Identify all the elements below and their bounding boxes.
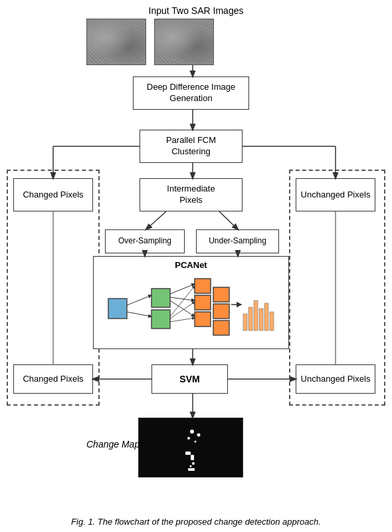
svg-rect-20 [254, 301, 258, 331]
changed-pixels-top: Changed Pixels [13, 178, 93, 211]
svg-rect-21 [259, 309, 263, 331]
svg-line-13 [170, 301, 195, 317]
svg-point-28 [197, 434, 201, 437]
svg-rect-3 [195, 279, 211, 293]
figure-caption: Fig. 1. The flowchart of the proposed ch… [0, 517, 392, 527]
svg-line-14 [170, 286, 195, 317]
intermediate-pixels-box: Intermediate Pixels [140, 178, 243, 211]
svg-line-9 [127, 295, 151, 305]
sar-image-2 [154, 19, 214, 65]
changed-pixels-bottom: Changed Pixels [13, 364, 93, 394]
parallel-fcm-box: Parallel FCM Clustering [140, 130, 243, 163]
svg-rect-5 [195, 312, 211, 327]
svg-rect-30 [191, 455, 194, 460]
svg-rect-7 [213, 304, 229, 319]
deep-diff-box: Deep Difference Image Generation [133, 76, 249, 110]
svg-rect-22 [264, 303, 268, 331]
svm-box: SVM [151, 364, 228, 394]
diagram: Input Two SAR Images Deep Difference Ima… [0, 0, 392, 532]
change-map-image [138, 418, 243, 477]
svg-line-11 [170, 284, 195, 294]
unchanged-pixels-bottom: Unchanged Pixels [296, 364, 375, 394]
under-sampling-box: Under-Sampling [196, 229, 279, 253]
change-map-svg [139, 418, 243, 477]
pcanet-label: PCANet [94, 260, 288, 271]
svg-line-15 [170, 302, 195, 319]
sar-image-1 [86, 19, 146, 65]
svg-rect-1 [151, 289, 170, 307]
svg-point-32 [190, 466, 192, 467]
svg-rect-8 [213, 321, 229, 335]
svg-point-31 [192, 462, 195, 465]
svg-line-10 [127, 312, 151, 317]
svg-point-26 [187, 437, 190, 440]
unchanged-pixels-top: Unchanged Pixels [296, 178, 375, 211]
svg-rect-6 [213, 287, 229, 302]
pcanet-diagram [102, 275, 281, 342]
svg-rect-33 [188, 468, 195, 471]
svg-rect-4 [195, 295, 211, 310]
svg-line-12 [170, 297, 195, 301]
svg-rect-2 [151, 310, 170, 329]
sar-images-container [86, 19, 214, 65]
pcanet-box: PCANet [93, 256, 289, 349]
svg-rect-18 [243, 314, 247, 331]
svg-rect-23 [270, 312, 274, 331]
change-map-label: Change Map [86, 439, 140, 450]
svg-rect-0 [108, 299, 127, 319]
svg-line-42 [219, 211, 238, 229]
svg-line-41 [146, 211, 166, 229]
svg-point-27 [195, 441, 197, 443]
svg-line-16 [170, 318, 195, 322]
svg-rect-19 [248, 307, 252, 331]
over-sampling-box: Over-Sampling [105, 229, 185, 253]
svg-point-25 [190, 430, 194, 434]
svg-rect-29 [185, 452, 191, 455]
page-title: Input Two SAR Images [0, 5, 392, 16]
